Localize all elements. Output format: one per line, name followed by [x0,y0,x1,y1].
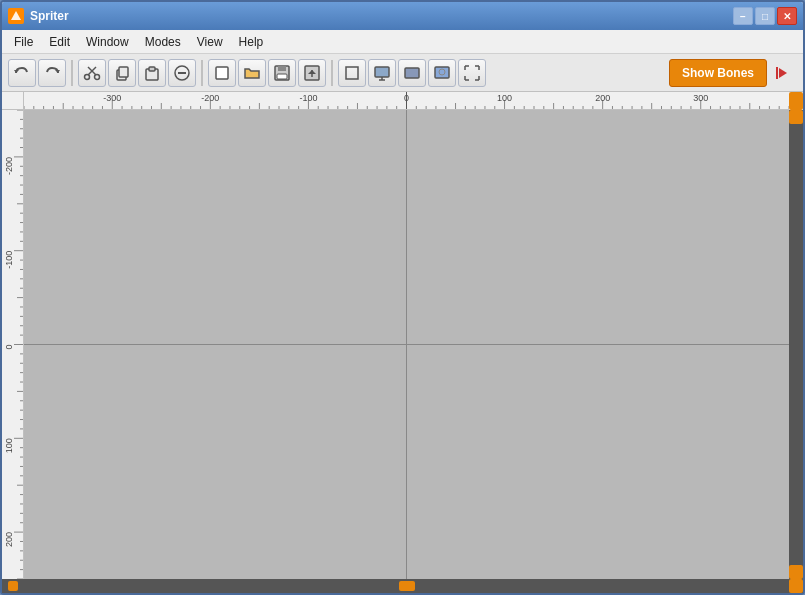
title-bar-left: Spriter [8,8,69,24]
save-button[interactable] [268,59,296,87]
corner-indicator-left [8,581,18,591]
svg-rect-36 [776,67,778,79]
window-title: Spriter [30,9,69,23]
svg-rect-16 [277,74,287,79]
rect-tool-button[interactable] [338,59,366,87]
new-image-button[interactable] [208,59,236,87]
menu-bar: File Edit Window Modes View Help [2,30,803,54]
ruler-corner [2,92,24,110]
ruler-vertical [2,110,24,579]
menu-file[interactable]: File [6,33,41,51]
screen-button-1[interactable] [368,59,396,87]
svg-rect-20 [346,67,358,79]
screen-button-2[interactable] [398,59,426,87]
svg-marker-35 [779,68,787,78]
ruler-h-canvas [24,92,789,110]
title-bar: Spriter − □ ✕ [2,2,803,30]
scrollbar-horizontal[interactable] [24,579,789,593]
copy-button[interactable] [108,59,136,87]
bottom-left-corner [2,579,24,593]
main-canvas[interactable] [24,110,789,579]
app-icon [8,8,24,24]
toolbar: Show Bones [2,54,803,92]
paste-button[interactable] [138,59,166,87]
window-controls: − □ ✕ [733,7,797,25]
screen-button-3[interactable] [428,59,456,87]
undo-button[interactable] [8,59,36,87]
separator-1 [71,60,73,86]
separator-3 [331,60,333,86]
bottom-bar [2,579,803,593]
scrollbar-v-bottom [789,565,803,579]
menu-help[interactable]: Help [231,33,272,51]
right-panel-toggle[interactable] [769,59,797,87]
svg-marker-0 [11,11,21,20]
open-button[interactable] [238,59,266,87]
maximize-button[interactable]: □ [755,7,775,25]
scrollbar-h-thumb[interactable] [399,581,415,591]
ruler-horizontal [24,92,789,110]
viewport-wrapper [2,110,803,579]
corner-indicator-right [789,579,803,593]
svg-rect-13 [216,67,228,79]
cut-button[interactable] [78,59,106,87]
svg-rect-24 [405,68,419,78]
fit-button[interactable] [458,59,486,87]
menu-edit[interactable]: Edit [41,33,78,51]
ruler-h-indicator [789,92,803,110]
svg-rect-15 [278,66,286,71]
separator-2 [201,60,203,86]
scrollbar-vertical[interactable] [789,110,803,579]
svg-point-5 [85,74,90,79]
export-button[interactable] [298,59,326,87]
menu-modes[interactable]: Modes [137,33,189,51]
svg-rect-21 [375,67,389,77]
app-window: Spriter − □ ✕ File Edit Window Modes Vie… [0,0,805,595]
menu-view[interactable]: View [189,33,231,51]
canvas-drawing [24,110,789,579]
ruler-v-canvas [2,110,24,579]
show-bones-button[interactable]: Show Bones [669,59,767,87]
canvas-area [2,92,803,593]
scrollbar-v-top [789,110,803,124]
svg-rect-10 [149,67,155,71]
svg-rect-8 [119,67,128,77]
close-button[interactable]: ✕ [777,7,797,25]
minimize-button[interactable]: − [733,7,753,25]
menu-window[interactable]: Window [78,33,137,51]
redo-button[interactable] [38,59,66,87]
delete-button[interactable] [168,59,196,87]
svg-point-6 [95,74,100,79]
